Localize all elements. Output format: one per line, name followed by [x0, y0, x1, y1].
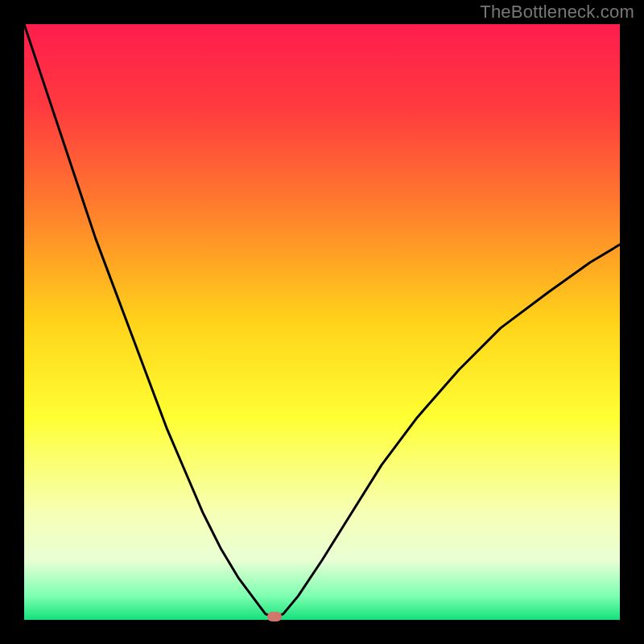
chart-frame: TheBottleneck.com: [0, 0, 644, 644]
bottleneck-curve: [24, 24, 620, 620]
optimal-point-marker: [267, 612, 282, 621]
plot-area: [24, 24, 620, 620]
watermark-text: TheBottleneck.com: [480, 2, 634, 23]
